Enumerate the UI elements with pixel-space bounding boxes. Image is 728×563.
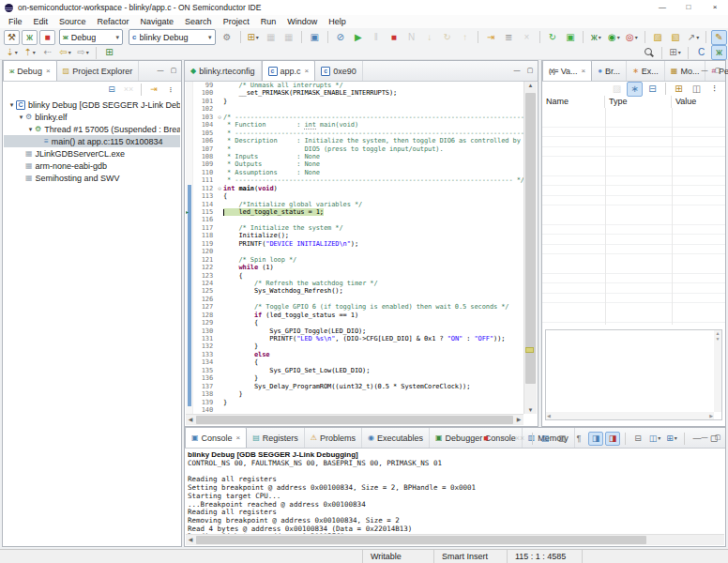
menu-window[interactable]: Window [281,17,323,26]
tree-item[interactable]: ▾⚙blinky.elf [4,111,180,123]
drop-to-frame-icon[interactable]: ⇥ [483,30,499,45]
build-hammer-icon[interactable]: ⚒ [4,30,20,45]
code-line[interactable]: 103⊖/* ---------------------------------… [193,114,523,121]
code-line[interactable]: 134 { [193,358,523,366]
skip-all-breakpoints-icon[interactable]: ⊘ [332,30,348,45]
display-selected-console-icon[interactable]: ◫▾ [647,432,662,446]
scroll-left-icon[interactable]: ◀ [186,415,195,425]
maximize-panel-icon[interactable]: ▢ [168,65,179,76]
open-element-icon[interactable]: ▨ [649,30,665,45]
view-menu-icon[interactable]: ⁝ [706,82,722,97]
detail-horizontal-scrollbar[interactable]: ◀▶ [546,412,714,419]
code-line[interactable]: 127 /* Toggle GPIO 6 (if toggling is ena… [193,303,523,311]
scroll-left-icon[interactable]: ◀ [186,535,195,545]
scroll-up-icon[interactable]: ▲ [524,83,537,88]
tree-item[interactable]: ≡main() at app.c:115 0x100834 [4,135,180,147]
column-name[interactable]: Name [542,96,605,108]
tab-executables[interactable]: ◉Executables [362,428,430,448]
previous-annotation-icon[interactable]: ⇡▾ [22,45,38,60]
new-wizard-icon[interactable]: ⊞▾ [245,30,261,45]
code-line[interactable]: 118 Initialize(); [193,232,523,239]
minimize-panel-icon[interactable]: — [511,65,523,76]
drop-to-frame-icon[interactable]: ⇥ [146,83,161,97]
code-line[interactable]: 107 * DIO5 (press to toggle input/output… [193,145,523,153]
tree-item[interactable]: ▾⚙Thread #1 57005 (Suspended : Breakpoin… [4,123,180,135]
maximize-icon[interactable]: ▢ [706,432,721,446]
open-console-icon[interactable]: ⊞▾ [664,432,679,446]
code-line[interactable]: 120 [193,248,523,255]
code-line[interactable]: 132 } [193,342,523,350]
show-logical-structure-icon[interactable]: ∗ [627,82,643,97]
code-line[interactable]: 123 { [193,272,523,280]
code-line[interactable]: 133 else [193,351,523,358]
code-line[interactable]: 136 } [193,374,523,382]
code-line[interactable]: 129 { [193,319,523,327]
tab-problems[interactable]: ⚠Problems [305,428,362,448]
close-button[interactable]: × [702,0,728,15]
code-line[interactable]: 106 * Description : Initialize the syste… [193,137,523,145]
pin-console-icon[interactable]: ⊟ [630,432,645,446]
last-edit-location-icon[interactable]: ⇠ [39,45,55,60]
tab-app-c[interactable]: capp.c× [262,60,316,81]
scroll-right-icon[interactable]: ▶ [514,415,523,425]
tab-0xe90[interactable]: c0xe90 [315,61,363,81]
word-wrap-icon[interactable]: ¶ [571,432,586,446]
code-line[interactable]: 122 while (1) [193,264,523,271]
variables-detail-pane[interactable]: ▲▼ ◀▶ [545,329,722,420]
terminate-launch-icon[interactable]: ■ [39,30,55,45]
expander-icon[interactable]: ▾ [8,101,16,109]
code-line[interactable]: 102 [193,105,523,113]
close-icon[interactable]: × [46,67,51,75]
c-cpp-perspective-icon[interactable]: C [693,45,709,60]
clear-console-icon[interactable]: ▤ [538,432,553,446]
code-line[interactable]: 116 [193,216,523,223]
pin-editor-icon[interactable]: ⊞ [101,45,117,60]
minimize-panel-icon[interactable]: — [699,65,710,76]
use-step-filters-icon[interactable]: × [519,30,535,45]
forward-history-icon[interactable]: ⇨▾ [75,45,91,60]
step-into-icon[interactable]: ↓ [421,30,437,45]
code-line[interactable]: 105 * ----------------------------------… [193,129,523,137]
tree-item[interactable]: ▾Cblinky Debug [GDB SEGGER J-Link Debugg… [4,99,180,111]
tab-blinky-rteconfig[interactable]: ◆blinky.rteconfig [185,61,262,81]
suspend-icon[interactable]: ‖ [368,30,384,45]
code-line[interactable]: 128 if (led_toggle_status == 1) [193,312,523,319]
menu-file[interactable]: File [3,17,28,26]
tab-debug[interactable]: жDebug× [3,60,57,81]
tree-item[interactable]: ▦Semihosting and SWV [4,172,180,184]
code-line[interactable]: 140 [193,406,523,414]
tab-registers[interactable]: ▤Registers [247,428,305,448]
code-line[interactable]: 109 * Outputs : None [193,160,523,168]
maximize-panel-icon[interactable]: ▢ [524,65,536,76]
step-return-icon[interactable]: ↑ [457,30,473,45]
remove-launch-icon[interactable]: × [495,432,510,446]
code-line[interactable]: 131 PRINTF("LED %s\n", (DIO->CFG[LED_DIO… [193,335,523,342]
terminate-icon[interactable]: ■ [478,432,493,446]
expander-icon[interactable]: ▾ [26,126,35,133]
show-on-stderr-change-icon[interactable]: ◨ [605,432,620,446]
editor-vertical-scrollbar[interactable]: ▲ ▼ [523,82,537,414]
collapse-all-icon[interactable]: ⊟ [645,82,660,97]
code-line[interactable]: 112⊖int main(void) [193,185,523,192]
console-output[interactable]: CONTROL_NS 00, FAULTMASK_NS 00, BASEPRI_… [188,460,723,541]
refresh-debug-views-icon[interactable]: ↻ [544,30,560,45]
code-line[interactable]: 117 /* Initialize the system */ [193,224,523,232]
next-annotation-icon[interactable]: ⇣▾ [4,45,20,60]
profile-history-icon[interactable]: ◎▾ [624,30,640,45]
code-line[interactable]: 104 * Function : int main(void) [193,121,523,129]
fold-marker-icon[interactable]: ⊖ [216,185,223,192]
menu-project[interactable]: Project [218,17,255,26]
show-on-stdout-change-icon[interactable]: ◨ [588,432,603,446]
detail-vertical-scrollbar[interactable]: ▲▼ [714,330,721,412]
open-resource-icon[interactable]: ▧ [667,30,683,45]
code-line[interactable]: 110 * Assumptions : None [193,169,523,176]
external-tools-icon[interactable]: ↗▾ [685,30,701,45]
tree-item[interactable]: ▦arm-none-eabi-gdb [4,160,180,172]
instruction-stepping-icon[interactable]: ≣ [501,30,517,45]
code-line[interactable]: 121 /* Spin loop */ [193,256,523,264]
step-over-icon[interactable]: ↻ [439,30,455,45]
code-line[interactable]: 125 Sys_Watchdog_Refresh(); [193,287,523,295]
menu-search[interactable]: Search [179,17,218,26]
detail-pane-orientation-icon[interactable]: ◫ [689,82,705,97]
column-value[interactable]: Value [672,96,725,108]
